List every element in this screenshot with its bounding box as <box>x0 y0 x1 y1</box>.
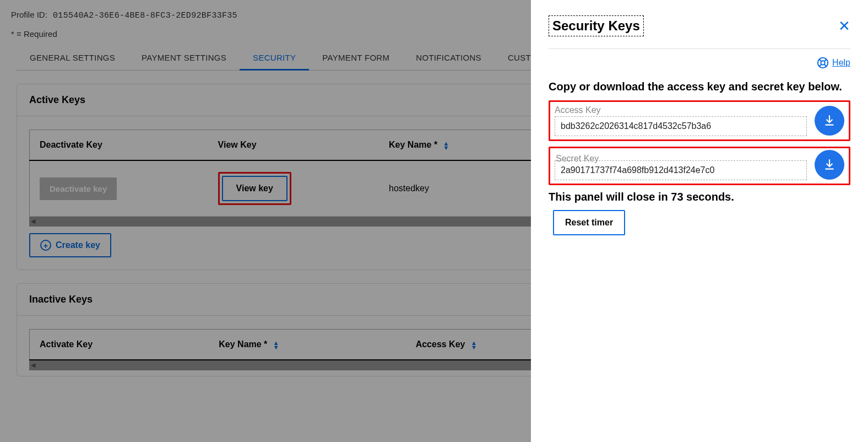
panel-header: Security Keys ✕ <box>549 15 850 49</box>
help-icon <box>817 57 829 69</box>
panel-title: Security Keys <box>549 15 644 36</box>
download-icon <box>822 158 837 172</box>
download-icon <box>822 114 837 128</box>
svg-line-3 <box>824 60 827 62</box>
access-key-value[interactable] <box>555 116 807 136</box>
help-link[interactable]: Help <box>817 57 850 69</box>
close-icon[interactable]: ✕ <box>838 19 850 33</box>
download-secret-key-button[interactable] <box>815 150 844 180</box>
access-key-block: Access Key <box>549 100 850 141</box>
svg-point-1 <box>821 61 824 64</box>
help-row: Help <box>549 49 850 78</box>
access-key-label: Access Key <box>555 105 807 115</box>
secret-key-label: Secret Key <box>555 154 807 164</box>
svg-line-2 <box>820 60 822 62</box>
panel-close-note: This panel will close in 73 seconds. <box>549 191 850 203</box>
security-keys-panel: Security Keys ✕ Help Copy or download th… <box>531 0 868 442</box>
svg-line-4 <box>820 64 822 67</box>
panel-instruction: Copy or download the access key and secr… <box>549 78 850 100</box>
download-access-key-button[interactable] <box>815 106 844 136</box>
reset-timer-button[interactable]: Reset timer <box>553 210 625 235</box>
secret-key-block: Secret Key <box>549 147 850 185</box>
svg-line-5 <box>824 64 827 67</box>
